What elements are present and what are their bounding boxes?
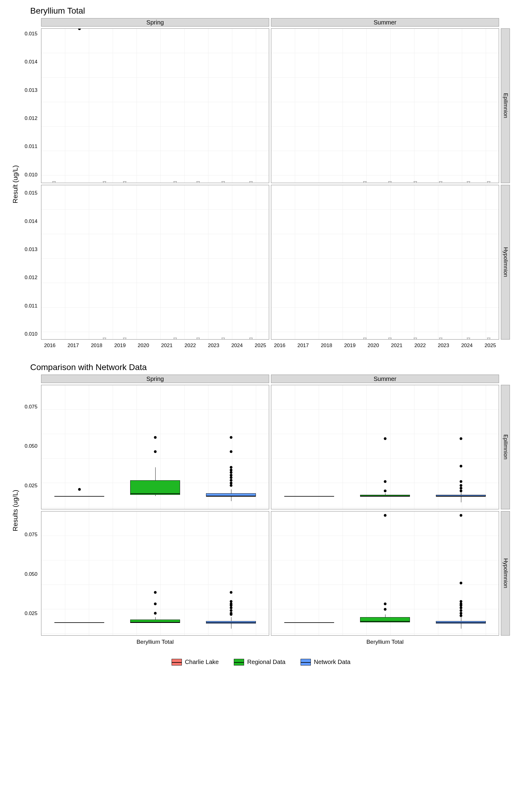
xtick: 2017	[297, 343, 309, 350]
censored-point-icon: ▽	[174, 180, 177, 183]
outlier-point	[154, 603, 157, 605]
xtick: 2018	[91, 343, 102, 350]
outlier-point	[229, 474, 232, 476]
censored-point-icon: ▽	[221, 180, 225, 183]
legend-item-regional: Regional Data	[234, 658, 285, 666]
outlier-point	[229, 600, 232, 603]
xtick: 2025	[255, 343, 266, 350]
xtick: 2024	[232, 343, 243, 350]
censored-point-icon: ▽	[123, 180, 126, 183]
chart2-xaxis2: Beryllium Total	[271, 637, 499, 647]
outlier-point	[460, 600, 462, 603]
ytick: 0.013	[24, 246, 38, 252]
censored-point-icon: ▽	[388, 337, 392, 340]
row-strip-hypo: Hypolimnion	[501, 185, 510, 340]
xtick: 2023	[438, 343, 449, 350]
outlier-point	[460, 609, 462, 612]
chart1-xaxis-summer: 2016 2017 2018 2019 2020 2021 2022 2023 …	[271, 341, 499, 350]
censored-point-icon: ▽	[388, 180, 392, 183]
boxplot-box	[206, 493, 256, 496]
xtick: 2020	[368, 343, 379, 350]
outlier-point	[154, 591, 157, 594]
col-strip-spring: Spring	[41, 18, 269, 26]
ytick: 0.075	[24, 404, 38, 410]
chart2-ylabel: Results (ug/L)	[12, 490, 19, 531]
outlier-point	[384, 608, 386, 610]
outlier-point	[229, 484, 232, 487]
censored-point-icon: ▽	[414, 180, 417, 183]
legend: Charlie Lake Regional Data Network Data	[12, 658, 510, 666]
outlier-point	[229, 612, 232, 614]
xcat: Beryllium Total	[137, 638, 174, 647]
xtick: 2016	[274, 343, 285, 350]
boxpanel-spring-epi	[41, 385, 269, 509]
chart1-facet-grid: Spring Summer 0.015 0.014 0.013 0.012 0.…	[21, 18, 510, 350]
chart1-title: Beryllium Total	[30, 6, 510, 16]
ytick: 0.010	[24, 172, 38, 178]
row-strip-hypo2: Hypolimnion	[501, 511, 510, 635]
legend-key-red	[172, 659, 182, 666]
outlier-point	[229, 450, 232, 453]
outlier-point	[460, 514, 462, 516]
outlier-point	[460, 489, 462, 492]
ytick: 0.075	[24, 532, 38, 538]
outlier-point	[229, 469, 232, 471]
row-strip-epi2: Epilimnion	[501, 385, 510, 509]
censored-point-icon: ▽	[363, 180, 367, 183]
xtick: 2021	[391, 343, 402, 350]
outlier-point	[460, 603, 462, 605]
outlier-point	[460, 437, 462, 440]
outlier-point	[229, 479, 232, 482]
legend-key-green	[234, 659, 244, 666]
outlier-point	[460, 582, 462, 585]
xtick: 2023	[208, 343, 219, 350]
col-strip-spring2: Spring	[41, 374, 269, 383]
legend-label: Regional Data	[247, 658, 285, 666]
outlier-point	[154, 450, 157, 453]
censored-point-icon: ▽	[52, 180, 56, 183]
censored-point-icon: ▽	[196, 180, 200, 183]
censored-point-icon: ▽	[439, 180, 443, 183]
outlier-point	[154, 436, 157, 439]
boxpanel-summer-epi	[271, 385, 499, 509]
censored-point-icon: ▽	[467, 337, 470, 340]
xtick: 2024	[461, 343, 473, 350]
outlier-point	[460, 487, 462, 489]
outlier-point	[229, 482, 232, 484]
outlier-point	[154, 612, 157, 614]
outlier-point	[229, 603, 232, 605]
row-strip-epi: Epilimnion	[501, 28, 510, 183]
legend-label: Charlie Lake	[185, 658, 219, 666]
boxplot-box	[130, 620, 180, 622]
ytick: 0.025	[24, 483, 38, 489]
censored-point-icon: ▽	[103, 337, 106, 340]
xtick: 2017	[67, 343, 79, 350]
censored-point-icon: ▽	[487, 337, 490, 340]
xtick: 2020	[138, 343, 149, 350]
censored-point-icon: ▽	[174, 337, 177, 340]
xcat: Beryllium Total	[366, 638, 404, 647]
censored-point-icon: ▽	[249, 337, 253, 340]
censored-point-icon: ▽	[196, 337, 200, 340]
outlier-point	[460, 480, 462, 483]
xtick: 2019	[344, 343, 356, 350]
chart2-title: Comparison with Network Data	[30, 363, 510, 372]
chart2-xaxis1: Beryllium Total	[41, 637, 269, 647]
chart2-yaxis: 0.075 0.050 0.025 0.075 0.050 0.025	[21, 385, 39, 635]
panel-spring-hypo: ▽▽▽▽▽▽	[41, 185, 269, 340]
outlier-point	[460, 465, 462, 467]
outlier-point	[384, 603, 386, 605]
outlier-point	[384, 437, 386, 440]
censored-point-icon: ▽	[123, 337, 126, 340]
outlier-point	[229, 609, 232, 612]
ytick: 0.012	[24, 275, 38, 281]
outlier-point	[78, 488, 81, 491]
ytick: 0.013	[24, 87, 38, 93]
panel-spring-epi: ▽▽▽▽▽▽▽	[41, 28, 269, 183]
censored-point-icon: ▽	[363, 337, 367, 340]
panel-summer-epi: ▽▽▽▽▽▽	[271, 28, 499, 183]
legend-item-network: Network Data	[301, 658, 350, 666]
chart2-facet-grid: Spring Summer 0.075 0.050 0.025 0.075 0.…	[21, 374, 510, 647]
outlier-point	[229, 607, 232, 609]
boxplot-box	[130, 480, 180, 494]
